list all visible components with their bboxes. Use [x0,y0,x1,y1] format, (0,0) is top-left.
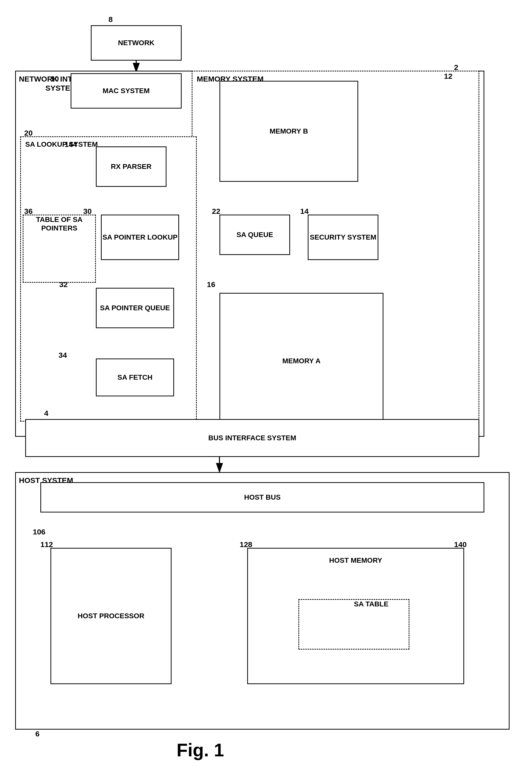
sa-lookup-label: SA LOOKUP SYSTEM [25,140,98,149]
memory-a-label: MEMORY A [282,357,320,365]
ref-112: 112 [40,540,53,549]
page: 8 NETWORK 2 NETWORK INTERFACESYSTEM 18 M… [0,0,532,771]
sa-fetch-box: SA FETCH [96,359,174,396]
sa-pointer-queue-box: SA POINTER QUEUE [96,288,174,328]
ref-36: 36 [24,207,33,216]
ref-2: 2 [454,63,458,72]
ref-22: 22 [212,207,220,216]
sa-pointer-lookup-label: SA POINTER LOOKUP [102,233,178,242]
ref-32: 32 [59,280,68,289]
ref-144: 144 [65,140,77,149]
host-memory-box: HOST MEMORY SA TABLE [247,548,464,684]
ref-106: 106 [33,528,45,536]
host-bus-label: HOST BUS [244,493,281,502]
ref-14: 14 [300,207,309,216]
memory-b-label: MEMORY B [270,127,308,135]
mac-system-box: MAC SYSTEM [71,73,182,108]
ref-34: 34 [59,351,67,360]
ref-18: 12 [444,72,452,80]
memory-a-box: MEMORY A [219,293,383,429]
ref-4: 4 [44,409,48,418]
bus-interface-box: BUS INTERFACE SYSTEM [25,419,479,457]
host-bus-box: HOST BUS [40,482,484,512]
ref-20: 20 [24,129,33,137]
ref-6: 6 [35,730,40,738]
fig-label: Fig. 1 [177,740,224,760]
table-sa-pointers-box: TABLE OF SA POINTERS [23,215,96,283]
sa-fetch-label: SA FETCH [118,373,153,382]
ref-30: 30 [83,207,92,216]
network-box: NETWORK [91,25,182,61]
ref-128: 128 [240,540,252,549]
ref-10-label: 10 [50,74,59,83]
network-label: NETWORK [118,39,155,47]
host-memory-label: HOST MEMORY [329,556,382,565]
sa-pointer-lookup-box: SA POINTER LOOKUP [101,215,179,260]
ref-16: 16 [207,280,215,289]
sa-pointer-queue-label: SA POINTER QUEUE [100,304,170,312]
rx-parser-label: RX PARSER [111,162,151,171]
security-system-label: SECURITY SYSTEM [310,233,376,242]
bus-interface-label: BUS INTERFACE SYSTEM [208,434,296,442]
rx-parser-box: RX PARSER [96,146,166,187]
sa-table-label: SA TABLE [354,600,388,609]
security-system-box: SECURITY SYSTEM [308,215,378,260]
sa-queue-box: SA QUEUE [219,215,290,255]
sa-queue-label: SA QUEUE [236,231,273,239]
ref-140: 140 [454,540,467,549]
ref-8: 8 [108,15,113,24]
table-sa-pointers-label: TABLE OF SA POINTERS [23,215,95,232]
host-processor-label: HOST PROCESSOR [78,612,144,620]
sa-table-inner-box: SA TABLE [298,599,409,650]
host-processor-box: HOST PROCESSOR [50,548,172,684]
mac-system-label: MAC SYSTEM [103,87,150,95]
memory-b-box: MEMORY B [219,81,358,182]
